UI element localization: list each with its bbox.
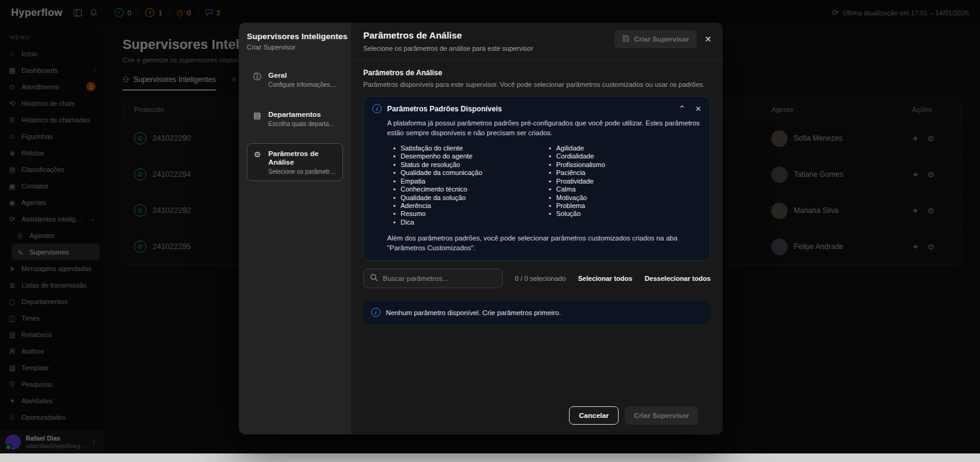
wizard-step[interactable]: ⚙ Parâmetros de Análise Selecione os par… [247,143,343,181]
search-input[interactable] [383,275,496,282]
param-name: Cordialidade [548,152,605,160]
modal-step-subtitle: Selecione os parâmetros de análise para … [363,45,533,52]
modal-content-panel: Parâmetros de Análise Selecione os parâm… [351,23,723,434]
step-icon: ⚙ [252,150,262,159]
param-name: Problema [548,202,605,210]
info-box-close-icon[interactable]: ✕ [695,105,701,113]
param-name: Profissionalismo [548,161,605,169]
info-box-description: A plataforma já possui parâmetros padrõe… [372,118,701,138]
default-params-columns: Satisfação do clienteDesempenho do agent… [372,144,701,226]
section-description: Parâmetros disponíveis para este supervi… [363,81,710,88]
deselect-all-button[interactable]: Desselecionar todos [644,275,710,282]
param-name: Empatia [393,177,548,185]
param-name: Proatividade [548,177,605,185]
info-box-title: Parâmetros Padrões Disponíveis [387,105,502,113]
default-params-info-box: i Parâmetros Padrões Disponíveis ⌃ ✕ A p… [363,96,710,261]
create-supervisor-button[interactable]: Criar Supervisor [625,406,698,425]
param-name: Qualidade da comunicação [393,169,548,177]
info-box-footer: Além dos parâmetros padrões, você pode s… [372,233,701,253]
empty-state-text: Nenhum parâmetro disponível. Crie parâme… [386,309,561,316]
step-description: Selecione os parâmetros de a... [268,168,337,175]
modal-footer: Cancelar Criar Supervisor [363,398,710,434]
param-name: Paciência [548,169,605,177]
search-icon [370,273,378,284]
step-label: Departamentos [268,110,337,119]
modal-step-title: Parâmetros de Análise [363,30,533,40]
horizontal-scrollbar[interactable] [0,453,980,462]
info-icon: i [372,104,382,113]
step-label: Geral [268,71,337,80]
param-name: Calma [548,185,605,193]
param-name: Conhecimento técnico [393,185,548,193]
params-column-left: Satisfação do clienteDesempenho do agent… [393,144,548,226]
param-name: Qualidade da solução [393,194,548,202]
params-search-row: 0 / 0 selecionado Selecionar todos Desse… [363,269,710,288]
modal-title: Supervisores Inteligentes [247,32,343,41]
step-icon: ⓘ [252,72,262,83]
search-box [363,269,503,288]
step-description: Escolha quais departamentos ... [268,121,337,127]
wizard-step[interactable]: ▤ Departamentos Escolha quais departamen… [247,104,343,133]
param-name: Resumo [393,210,548,218]
step-description: Configure informações básica... [268,81,337,88]
param-name: Aderência [393,202,548,210]
modal-steps-panel: Supervisores Inteligentes Criar Supervis… [239,23,351,434]
app-root: Hyperflow ✓ 0 ! 1 ◷ 0 2 [0,0,980,462]
step-label: Parâmetros de Análise [268,149,337,166]
modal-body: Parâmetros de Análise Parâmetros disponí… [351,60,723,434]
select-all-button[interactable]: Selecionar todos [578,275,633,282]
wizard-step[interactable]: ⓘ Geral Configure informações básica... [247,65,343,94]
modal-subtitle: Criar Supervisor [247,43,343,51]
modal-header: Parâmetros de Análise Selecione os parâm… [351,23,723,60]
chevron-up-icon[interactable]: ⌃ [679,104,685,113]
param-name: Status de resolução [393,161,548,169]
section-title: Parâmetros de Análise [363,69,710,77]
param-name: Agilidade [548,144,605,152]
cancel-button[interactable]: Cancelar [569,406,619,425]
close-icon[interactable]: ✕ [704,35,712,43]
param-name: Desempenho do agente [393,152,548,160]
selected-count: 0 / 0 selecionado [515,275,566,282]
param-name: Solução [548,210,605,218]
save-icon [622,35,630,43]
wizard-steps: ⓘ Geral Configure informações básica... … [247,65,343,181]
create-supervisor-button-top[interactable]: Criar Supervisor [614,30,697,48]
step-icon: ▤ [252,111,262,120]
param-name: Motivação [548,194,605,202]
params-column-right: AgilidadeCordialidadeProfissionalismoPac… [548,144,605,226]
empty-state-banner: i Nenhum parâmetro disponível. Crie parâ… [363,301,710,324]
param-name: Satisfação do cliente [393,144,548,152]
create-supervisor-modal: Supervisores Inteligentes Criar Supervis… [239,23,723,434]
info-icon: i [371,308,380,317]
param-name: Dica [393,218,548,226]
